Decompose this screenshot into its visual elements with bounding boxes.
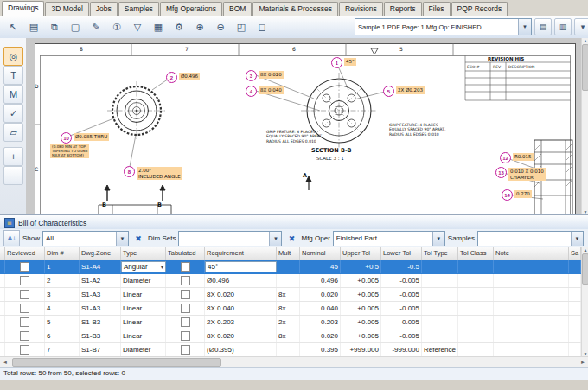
tabulated-cell[interactable]	[166, 316, 205, 329]
dim-cell[interactable]: 3	[45, 288, 80, 301]
samples-cell[interactable]	[569, 316, 581, 329]
tol-class-cell[interactable]	[458, 343, 494, 356]
lower-tol-cell[interactable]: -0.5	[381, 260, 422, 273]
tol-type-cell[interactable]: Reference	[422, 343, 458, 356]
samples-cell[interactable]	[569, 288, 581, 301]
tabulated-checkbox[interactable]	[181, 331, 190, 341]
zoom-window-icon[interactable]: ◰	[232, 17, 251, 36]
table-row[interactable]: 4 S1-A3 Linear 8X 0.040 8x 0.040 +0.005 …	[0, 302, 581, 316]
characteristic-balloon[interactable]: 3 8X 0.020	[246, 70, 284, 81]
scrollbar-thumb[interactable]	[582, 253, 588, 285]
samples-cell[interactable]	[569, 302, 581, 315]
mult-cell[interactable]: 8x	[277, 288, 300, 301]
chevron-down-icon[interactable]: ▼	[269, 232, 281, 246]
page-layout-button[interactable]: ▤	[534, 18, 552, 35]
bom[interactable]: BOM	[223, 2, 252, 16]
dim-cell[interactable]: 4	[45, 302, 80, 315]
tol-type-cell[interactable]	[422, 329, 458, 342]
balloon-tool-button[interactable]: ◎	[3, 47, 23, 66]
column-header[interactable]: Note	[494, 247, 569, 260]
dim-cell[interactable]: 5	[45, 316, 80, 329]
tol-type-cell[interactable]	[422, 288, 458, 301]
drawing-vertical-scrollbar[interactable]: ▲ ▼	[581, 38, 588, 214]
chevron-down-icon[interactable]: ▼	[116, 232, 128, 246]
samples-cell[interactable]	[569, 260, 581, 273]
show-filter-combo[interactable]: All ▼	[42, 231, 129, 246]
upper-tol-cell[interactable]: +999.000	[341, 343, 381, 356]
tol-class-cell[interactable]	[458, 316, 494, 329]
lower-tol-cell[interactable]: -0.005	[381, 329, 422, 342]
column-header[interactable]: Tabulated	[166, 247, 205, 260]
table-row[interactable]: 1 S1-A4 Angular 45° 45 +0.5 -0.5	[0, 260, 581, 274]
characteristic-balloon[interactable]: 2 Ø0.496	[166, 72, 200, 83]
zone-cell[interactable]: S1-B7	[80, 343, 121, 356]
dim-cell[interactable]: 1	[45, 260, 80, 273]
mult-cell[interactable]: 8x	[277, 329, 300, 342]
tabulated-cell[interactable]	[166, 288, 205, 301]
type-cell[interactable]: Diameter	[121, 274, 166, 287]
pqp-records[interactable]: PQP Records	[451, 2, 508, 16]
tabulated-checkbox[interactable]	[181, 304, 190, 313]
lower-tol-cell[interactable]: -0.005	[381, 302, 422, 315]
characteristic-balloon[interactable]: 14 0.270	[502, 189, 532, 201]
drawing-viewport[interactable]: 2 Ø0.496 3 8X 0.020 4 8X 0.040 1 45° 5 2…	[26, 38, 581, 214]
tabulated-cell[interactable]	[166, 343, 205, 356]
sort-icon[interactable]: A↓	[3, 230, 20, 246]
mfg-operations[interactable]: Mfg Operations	[160, 2, 222, 16]
samples[interactable]: Samples	[118, 2, 159, 16]
reviewed-checkbox[interactable]	[20, 262, 29, 272]
tabulated-checkbox[interactable]	[181, 276, 190, 285]
mult-cell[interactable]	[277, 274, 300, 287]
tol-class-cell[interactable]	[458, 329, 494, 342]
requirement-cell[interactable]: (Ø0.395)	[205, 343, 277, 356]
zoom-out-button[interactable]: −	[3, 166, 23, 185]
reviewed-cell[interactable]	[5, 343, 45, 356]
type-cell[interactable]: Diameter	[121, 343, 166, 356]
requirement-cell[interactable]: 8X 0.020	[205, 329, 277, 342]
nominal-cell[interactable]: 0.020	[300, 288, 341, 301]
column-header[interactable]: Upper Tol	[341, 247, 381, 260]
reviewed-checkbox[interactable]	[20, 331, 29, 341]
reviewed-cell[interactable]	[5, 274, 45, 287]
scrollbar-thumb[interactable]	[582, 44, 588, 91]
reviewed-cell[interactable]	[5, 288, 45, 301]
characteristic-balloon[interactable]: 10 Ø0.085 THRU	[61, 132, 109, 144]
column-header[interactable]: Sa	[569, 247, 581, 260]
reviewed-checkbox[interactable]	[20, 304, 29, 313]
tol-type-cell[interactable]	[422, 302, 458, 315]
lower-tol-cell[interactable]: -0.005	[381, 288, 422, 301]
characteristic-balloon[interactable]: 5 2X Ø0.203	[383, 86, 425, 97]
tol-class-cell[interactable]	[458, 274, 494, 287]
tabulated-cell[interactable]	[166, 329, 205, 342]
requirement-cell[interactable]: Ø0.496	[205, 274, 277, 287]
note-cell[interactable]	[494, 260, 569, 273]
chevron-down-icon[interactable]: ▼	[518, 19, 531, 35]
requirement-cell[interactable]: 2X 0.203	[205, 316, 277, 329]
table-row[interactable]: 6 S1-B3 Linear 8X 0.020 8x 0.020 +0.005 …	[0, 329, 581, 343]
upper-tol-cell[interactable]: +0.5	[341, 260, 381, 273]
tabulated-checkbox[interactable]	[181, 345, 190, 355]
nominal-cell[interactable]: 0.020	[300, 329, 341, 342]
files[interactable]: Files	[423, 2, 451, 16]
lower-tol-cell[interactable]: -0.005	[381, 316, 422, 329]
column-header[interactable]: Reviewed	[5, 247, 45, 260]
table-row[interactable]: 7 S1-B7 Diameter (Ø0.395) 0.395 +999.000…	[0, 343, 581, 357]
reviewed-cell[interactable]	[5, 316, 45, 329]
zoom-in-icon[interactable]: ⊕	[190, 17, 209, 36]
reviewed-cell[interactable]	[5, 260, 45, 273]
table-row[interactable]: 3 S1-A3 Linear 8X 0.020 8x 0.020 +0.005 …	[0, 288, 581, 302]
copy-icon[interactable]: ⧉	[45, 17, 64, 36]
characteristic-balloon[interactable]: 1 45°	[331, 57, 356, 68]
tabulated-cell[interactable]	[166, 260, 205, 273]
requirement-cell[interactable]: 8X 0.020	[205, 288, 277, 301]
zone-cell[interactable]: S1-B3	[80, 329, 121, 342]
measure-tool-button[interactable]: M	[3, 85, 23, 104]
reviewed-checkbox[interactable]	[20, 345, 29, 355]
dim-cell[interactable]: 6	[45, 329, 80, 342]
nominal-cell[interactable]: 45	[300, 260, 341, 273]
page-selector-combo[interactable]: Sample 1 PDF Page: 1 Mfg Op: FINISHED ▼	[355, 18, 532, 35]
tol-type-cell[interactable]	[422, 260, 458, 273]
reviewed-checkbox[interactable]	[20, 290, 29, 299]
fit-view-icon[interactable]: ◻	[252, 17, 272, 36]
reviewed-cell[interactable]	[5, 329, 45, 342]
